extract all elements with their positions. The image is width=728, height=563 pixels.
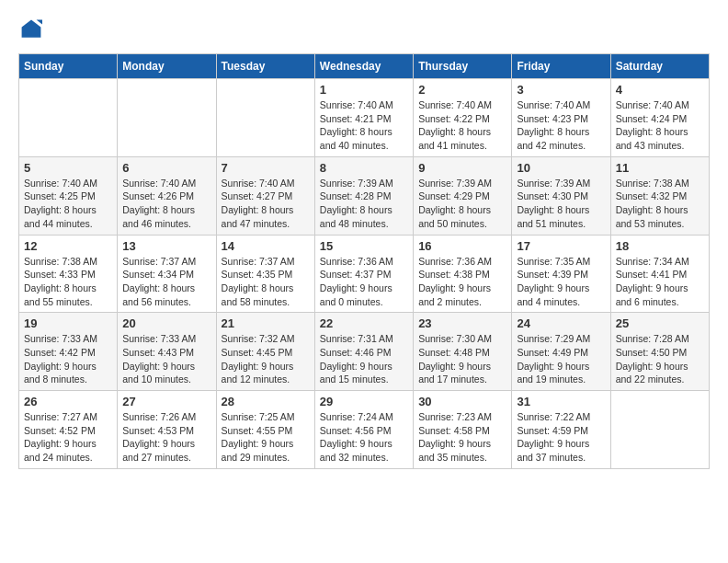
- svg-marker-0: [22, 20, 41, 38]
- calendar-cell: 13Sunrise: 7:37 AMSunset: 4:34 PMDayligh…: [118, 235, 216, 313]
- logo-icon: [20, 18, 42, 40]
- day-number: 19: [24, 316, 112, 330]
- day-number: 17: [517, 239, 605, 253]
- day-info: Sunrise: 7:40 AMSunset: 4:21 PMDaylight:…: [320, 98, 408, 153]
- day-info: Sunrise: 7:27 AMSunset: 4:52 PMDaylight:…: [24, 410, 112, 465]
- day-info: Sunrise: 7:33 AMSunset: 4:43 PMDaylight:…: [122, 332, 210, 386]
- day-info: Sunrise: 7:35 AMSunset: 4:39 PMDaylight:…: [517, 255, 605, 309]
- calendar-week-4: 19Sunrise: 7:33 AMSunset: 4:42 PMDayligh…: [19, 313, 710, 391]
- day-number: 24: [517, 316, 605, 330]
- day-number: 29: [320, 395, 408, 408]
- logo-block: [18, 18, 42, 44]
- calendar-cell: 15Sunrise: 7:36 AMSunset: 4:37 PMDayligh…: [314, 235, 413, 313]
- day-number: 3: [517, 83, 605, 97]
- day-number: 9: [418, 161, 506, 175]
- col-header-monday: Monday: [118, 54, 216, 79]
- day-number: 21: [222, 316, 310, 330]
- col-header-saturday: Saturday: [610, 54, 709, 79]
- day-info: Sunrise: 7:40 AMSunset: 4:26 PMDaylight:…: [122, 177, 210, 231]
- calendar-cell: 27Sunrise: 7:26 AMSunset: 4:53 PMDayligh…: [118, 391, 216, 469]
- day-number: 27: [122, 395, 210, 408]
- calendar-cell: 7Sunrise: 7:40 AMSunset: 4:27 PMDaylight…: [216, 156, 314, 235]
- calendar-cell: 12Sunrise: 7:38 AMSunset: 4:33 PMDayligh…: [19, 235, 118, 313]
- day-number: 26: [24, 395, 112, 408]
- day-number: 18: [616, 239, 704, 253]
- calendar-cell: 18Sunrise: 7:34 AMSunset: 4:41 PMDayligh…: [610, 235, 709, 313]
- calendar-cell: 31Sunrise: 7:22 AMSunset: 4:59 PMDayligh…: [512, 391, 610, 469]
- day-number: 23: [418, 316, 506, 330]
- day-number: 15: [320, 239, 408, 253]
- calendar-cell: 29Sunrise: 7:24 AMSunset: 4:56 PMDayligh…: [314, 391, 413, 469]
- calendar-week-3: 12Sunrise: 7:38 AMSunset: 4:33 PMDayligh…: [19, 235, 710, 313]
- calendar-cell: 4Sunrise: 7:40 AMSunset: 4:24 PMDaylight…: [610, 79, 709, 157]
- day-info: Sunrise: 7:36 AMSunset: 4:37 PMDaylight:…: [320, 255, 408, 309]
- calendar-cell: 30Sunrise: 7:23 AMSunset: 4:58 PMDayligh…: [414, 391, 512, 469]
- col-header-tuesday: Tuesday: [216, 54, 314, 79]
- col-header-friday: Friday: [512, 54, 610, 79]
- day-number: 11: [616, 161, 704, 175]
- day-info: Sunrise: 7:32 AMSunset: 4:45 PMDaylight:…: [222, 332, 310, 386]
- day-info: Sunrise: 7:40 AMSunset: 4:25 PMDaylight:…: [24, 177, 112, 231]
- calendar-table: SundayMondayTuesdayWednesdayThursdayFrid…: [18, 53, 710, 469]
- day-info: Sunrise: 7:31 AMSunset: 4:46 PMDaylight:…: [320, 332, 408, 386]
- day-info: Sunrise: 7:28 AMSunset: 4:50 PMDaylight:…: [616, 332, 704, 386]
- day-info: Sunrise: 7:37 AMSunset: 4:35 PMDaylight:…: [222, 255, 310, 309]
- day-info: Sunrise: 7:23 AMSunset: 4:58 PMDaylight:…: [418, 410, 506, 465]
- day-info: Sunrise: 7:24 AMSunset: 4:56 PMDaylight:…: [320, 410, 408, 465]
- day-number: 16: [418, 239, 506, 253]
- calendar-cell: 22Sunrise: 7:31 AMSunset: 4:46 PMDayligh…: [314, 313, 413, 391]
- day-number: 12: [24, 239, 112, 253]
- day-info: Sunrise: 7:34 AMSunset: 4:41 PMDaylight:…: [616, 255, 704, 309]
- calendar-cell: 19Sunrise: 7:33 AMSunset: 4:42 PMDayligh…: [19, 313, 118, 391]
- day-info: Sunrise: 7:40 AMSunset: 4:27 PMDaylight:…: [222, 177, 310, 231]
- day-info: Sunrise: 7:29 AMSunset: 4:49 PMDaylight:…: [517, 332, 605, 386]
- day-number: 14: [222, 239, 310, 253]
- calendar-cell: 3Sunrise: 7:40 AMSunset: 4:23 PMDaylight…: [512, 79, 610, 157]
- calendar-cell: [610, 391, 709, 469]
- calendar-cell: 20Sunrise: 7:33 AMSunset: 4:43 PMDayligh…: [118, 313, 216, 391]
- day-info: Sunrise: 7:37 AMSunset: 4:34 PMDaylight:…: [122, 255, 210, 309]
- calendar-cell: 14Sunrise: 7:37 AMSunset: 4:35 PMDayligh…: [216, 235, 314, 313]
- calendar-cell: 16Sunrise: 7:36 AMSunset: 4:38 PMDayligh…: [414, 235, 512, 313]
- day-number: 10: [517, 161, 605, 175]
- calendar-cell: 9Sunrise: 7:39 AMSunset: 4:29 PMDaylight…: [414, 156, 512, 235]
- calendar-cell: 26Sunrise: 7:27 AMSunset: 4:52 PMDayligh…: [19, 391, 118, 469]
- day-info: Sunrise: 7:38 AMSunset: 4:32 PMDaylight:…: [616, 177, 704, 231]
- day-info: Sunrise: 7:40 AMSunset: 4:23 PMDaylight:…: [517, 98, 605, 153]
- logo: [18, 18, 42, 44]
- day-number: 7: [222, 161, 310, 175]
- calendar-cell: 25Sunrise: 7:28 AMSunset: 4:50 PMDayligh…: [610, 313, 709, 391]
- day-info: Sunrise: 7:40 AMSunset: 4:22 PMDaylight:…: [418, 98, 506, 153]
- day-info: Sunrise: 7:33 AMSunset: 4:42 PMDaylight:…: [24, 332, 112, 386]
- day-number: 22: [320, 316, 408, 330]
- day-number: 1: [320, 83, 408, 97]
- day-info: Sunrise: 7:30 AMSunset: 4:48 PMDaylight:…: [418, 332, 506, 386]
- col-header-sunday: Sunday: [19, 54, 118, 79]
- calendar-cell: 28Sunrise: 7:25 AMSunset: 4:55 PMDayligh…: [216, 391, 314, 469]
- calendar-cell: 23Sunrise: 7:30 AMSunset: 4:48 PMDayligh…: [414, 313, 512, 391]
- calendar-cell: 1Sunrise: 7:40 AMSunset: 4:21 PMDaylight…: [314, 79, 413, 157]
- calendar-cell: [216, 79, 314, 157]
- day-info: Sunrise: 7:36 AMSunset: 4:38 PMDaylight:…: [418, 255, 506, 309]
- day-number: 6: [122, 161, 210, 175]
- calendar-week-1: 1Sunrise: 7:40 AMSunset: 4:21 PMDaylight…: [19, 79, 710, 157]
- day-number: 28: [222, 395, 310, 408]
- day-number: 20: [122, 316, 210, 330]
- col-header-thursday: Thursday: [414, 54, 512, 79]
- calendar-cell: 10Sunrise: 7:39 AMSunset: 4:30 PMDayligh…: [512, 156, 610, 235]
- calendar-cell: 21Sunrise: 7:32 AMSunset: 4:45 PMDayligh…: [216, 313, 314, 391]
- calendar-cell: 5Sunrise: 7:40 AMSunset: 4:25 PMDaylight…: [19, 156, 118, 235]
- calendar-cell: [19, 79, 118, 157]
- day-number: 4: [616, 83, 704, 97]
- calendar-cell: [118, 79, 216, 157]
- day-number: 31: [517, 395, 605, 408]
- calendar-header-row: SundayMondayTuesdayWednesdayThursdayFrid…: [19, 54, 710, 79]
- calendar-cell: 11Sunrise: 7:38 AMSunset: 4:32 PMDayligh…: [610, 156, 709, 235]
- day-number: 30: [418, 395, 506, 408]
- day-number: 8: [320, 161, 408, 175]
- page-header: [18, 18, 710, 44]
- svg-marker-1: [37, 20, 42, 25]
- day-info: Sunrise: 7:22 AMSunset: 4:59 PMDaylight:…: [517, 410, 605, 465]
- calendar-cell: 24Sunrise: 7:29 AMSunset: 4:49 PMDayligh…: [512, 313, 610, 391]
- day-number: 5: [24, 161, 112, 175]
